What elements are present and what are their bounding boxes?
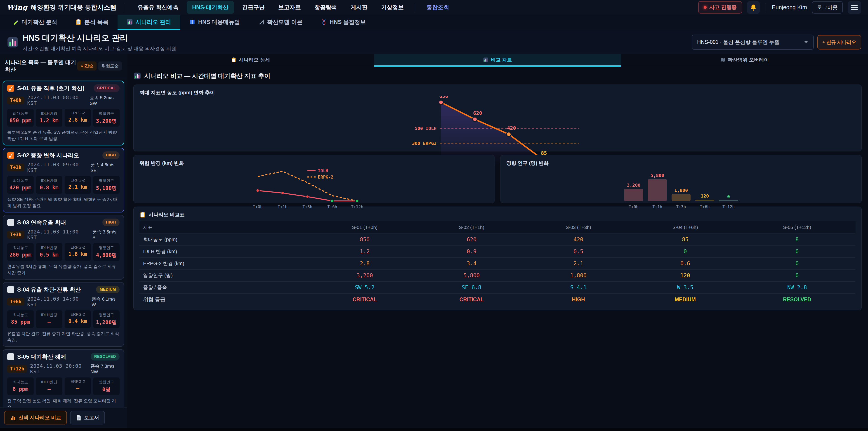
- nav-item-weather[interactable]: 기상정보: [376, 1, 409, 14]
- stat-value: 0명: [94, 386, 119, 393]
- scenario-card-s05[interactable]: S-05 대기확산 해제 RESOLVED T+12h 2024.11.03 2…: [3, 349, 124, 407]
- scenario-checkbox[interactable]: [7, 219, 14, 226]
- stat-erpg2-radius: ERPG-2 0.4 km: [65, 310, 91, 328]
- timestamp: 2024.11.03 09:00 KST: [27, 162, 88, 173]
- tab-analysis-list[interactable]: 분석 목록: [66, 15, 118, 30]
- stat-value: 3,200명: [94, 118, 119, 125]
- new-scenario-button[interactable]: + 신규 시나리오: [817, 35, 861, 50]
- tab-compare-charts[interactable]: 비교 차트: [374, 54, 621, 67]
- tab-label: 확산모델 이론: [267, 18, 303, 26]
- menu-button[interactable]: [848, 1, 861, 14]
- stat-label: 영향인구: [94, 379, 119, 385]
- bar: [648, 179, 667, 201]
- stat-label: IDLH반경: [37, 379, 61, 385]
- tab-hns-manual[interactable]: HNS 대응매뉴얼: [180, 15, 249, 30]
- compare-scenarios-button[interactable]: 선택 시나리오 비교: [4, 411, 67, 425]
- logo-mark: Wing: [7, 3, 27, 11]
- book-icon: [189, 19, 195, 25]
- cell: 2.1: [525, 258, 632, 270]
- cell: HIGH: [525, 294, 632, 306]
- scenario-card-s04[interactable]: S-04 유출 차단·잔류 확산 MEDIUM T+6h 2024.11.03 …: [3, 282, 124, 347]
- stat-affected-population: 영향인구 0명: [93, 377, 120, 395]
- sort-by-time-chip[interactable]: 시간순: [77, 61, 96, 70]
- stat-erpg2-radius: ERPG-2 1.8 km: [65, 243, 91, 261]
- bar-label: 120: [701, 193, 709, 199]
- nav-item-rescue[interactable]: 긴급구난: [237, 1, 270, 14]
- cell: 0.9: [418, 246, 525, 258]
- scenario-checkbox[interactable]: [7, 85, 14, 92]
- chart-title: 최대 지표면 농도 (ppm) 변화 추이: [140, 89, 856, 96]
- tab-spread-overlay[interactable]: 확산범위 오버레이: [621, 54, 868, 67]
- table-row: IDLH 반경 (km) 1.2 0.9 0.5 0 0: [140, 246, 856, 258]
- scenario-description: 전 구역 안전 농도 확인. 대피 해제. 잔류 오염 모니터링 지속.: [7, 398, 120, 407]
- row-label: ERPG-2 반경 (km): [140, 258, 311, 270]
- logout-button[interactable]: 로그아웃: [812, 1, 843, 13]
- stat-label: IDLH반경: [37, 245, 61, 250]
- stat-value: 5,100명: [94, 185, 119, 192]
- stat-max-concentration: 최대농도 850 ppm: [7, 109, 34, 127]
- point-label: 850: [439, 96, 448, 99]
- bar: [624, 189, 643, 201]
- cell: 0.5: [525, 246, 632, 258]
- bar: [695, 200, 714, 201]
- cell: 850: [311, 234, 418, 246]
- module-tab-bar: 대기확산 분석 분석 목록 시나리오 관리 HNS 대응매뉴얼 확산모델: [0, 15, 868, 30]
- stat-label: 최대농도: [8, 312, 33, 317]
- stat-erpg2-radius: ERPG-2 2.8 km: [65, 109, 91, 127]
- stat-value: –: [66, 386, 90, 391]
- chevron-down-icon: [804, 41, 808, 44]
- scenario-card-s01[interactable]: S-01 유출 직후 (초기 확산) CRITICAL T+0h 2024.11…: [3, 81, 124, 145]
- nav-item-board[interactable]: 게시판: [345, 1, 373, 14]
- bar-label: 5,800: [650, 173, 664, 178]
- nav-item-air-search[interactable]: 항공탐색: [309, 1, 342, 14]
- tab-hns-substance-info[interactable]: HNS 물질정보: [312, 15, 375, 30]
- comparison-table-panel: 시나리오 비교표 지표 S-01 (T+0h) S-02 (T+1h) S-03…: [133, 207, 862, 310]
- sort-by-risk-chip[interactable]: 위험도순: [98, 61, 122, 70]
- pen-icon: [13, 19, 19, 25]
- table-row: 영향인구 (명) 3,200 5,800 1,800 120 0: [140, 270, 856, 282]
- stat-value: –: [37, 386, 61, 392]
- tab-diffusion-model-theory[interactable]: 확산모델 이론: [249, 15, 312, 30]
- scenario-checkbox[interactable]: [7, 286, 14, 293]
- point-label: 620: [473, 110, 482, 116]
- stat-affected-population: 영향인구 4,800명: [93, 243, 120, 261]
- scenario-checkbox[interactable]: [7, 152, 14, 159]
- column-header: S-04 (T+6h): [632, 221, 739, 234]
- scenario-sidebar: 시나리오 목록 — 톨루엔 대기확산 시간순 위험도순 S-01 유출 직후 (…: [0, 54, 127, 428]
- x-tick-label: T+0h: [629, 204, 638, 209]
- nav-item-oil-spill[interactable]: 유출유 확산예측: [132, 1, 184, 14]
- time-offset-chip: T+3h: [7, 231, 24, 239]
- column-header: 지표: [140, 221, 311, 234]
- report-label: 보고서: [84, 414, 99, 421]
- scenario-card-s03[interactable]: S-03 연속유출 확대 HIGH T+3h 2024.11.03 11:00 …: [3, 215, 124, 280]
- nav-item-integrated-search[interactable]: 통합조회: [421, 1, 455, 14]
- incident-status-badge: 사고 진행중: [698, 1, 742, 13]
- data-point: [331, 199, 334, 203]
- report-button[interactable]: 보고서: [70, 411, 105, 425]
- stat-label: IDLH반경: [37, 111, 61, 116]
- nav-item-hns-diffusion[interactable]: HNS·대기확산: [187, 1, 234, 14]
- cell: S 4.1: [525, 282, 632, 294]
- nav-item-reports[interactable]: 보고자료: [273, 1, 306, 14]
- page-subtitle: 시간·조건별 대기확산 예측 시나리오 비교·검토 및 대응 의사결정 지원: [23, 45, 176, 52]
- stat-value: 420 ppm: [8, 185, 33, 190]
- tab-scenario-detail[interactable]: 시나리오 상세: [127, 54, 374, 67]
- stat-erpg2-radius: ERPG-2 –: [65, 377, 91, 395]
- bar-label: 3,200: [627, 182, 640, 188]
- risk-badge: HIGH: [102, 151, 120, 159]
- scenario-checkbox[interactable]: [7, 353, 14, 360]
- incident-select[interactable]: HNS-001 · 울산 온산항 톨루엔 누출: [692, 35, 814, 50]
- scenario-card-s02[interactable]: S-02 풍향 변화 시나리오 HIGH T+1h 2024.11.03 09:…: [3, 148, 124, 212]
- x-tick-label: T+0h: [253, 204, 262, 209]
- x-tick-label: T+1h: [652, 204, 662, 209]
- timestamp: 2024.11.03 08:00 KST: [27, 95, 87, 106]
- cell: 1,800: [525, 270, 632, 282]
- tab-diffusion-analysis[interactable]: 대기확산 분석: [4, 15, 66, 30]
- stat-value: 1,200명: [94, 319, 119, 326]
- tab-scenario-management[interactable]: 시나리오 관리: [118, 15, 180, 30]
- notifications-button[interactable]: [747, 1, 760, 14]
- timestamp: 2024.11.03 11:00 KST: [27, 229, 89, 240]
- risk-badge: MEDIUM: [96, 286, 120, 294]
- stat-value: 0.5 km: [37, 252, 61, 258]
- ruler-icon: [258, 19, 265, 25]
